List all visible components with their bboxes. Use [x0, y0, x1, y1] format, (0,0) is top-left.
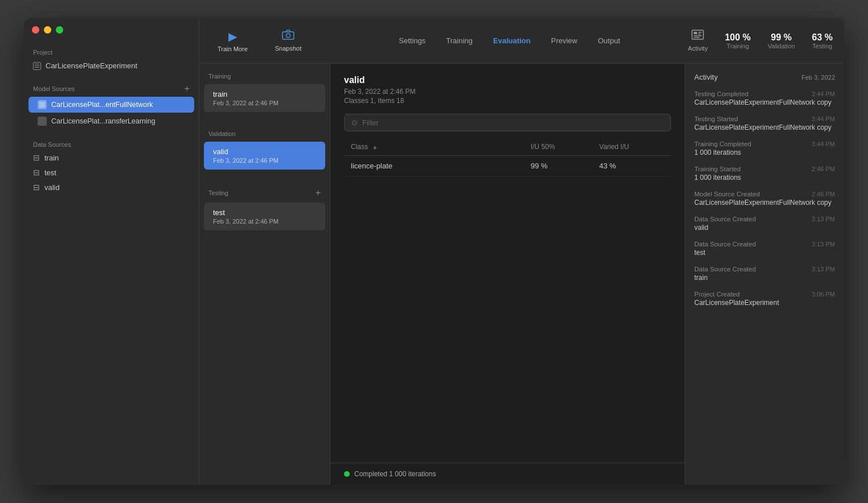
project-item[interactable]: CarLicensePlateExperiment: [24, 59, 199, 72]
model-item-fullnetwork[interactable]: CarLicensePlat...entFullNetwork: [28, 97, 194, 113]
activity-time-6: 3:13 PM: [812, 241, 835, 248]
model-sources-header: Model Sources +: [24, 81, 199, 96]
activity-item-2: Training Completed 3:44 PM 1 000 iterati…: [694, 141, 835, 156]
snapshot-icon: [282, 30, 294, 43]
validation-section-label: Validation: [199, 128, 330, 142]
tab-preview[interactable]: Preview: [542, 32, 587, 50]
activity-detail-1: CarLicensePlateExperimentFullNetwork cop…: [694, 123, 835, 131]
activity-time-7: 3:13 PM: [812, 266, 835, 273]
model-item-transferlearning[interactable]: CarLicensePlat...ransferLearning: [28, 113, 194, 129]
eval-title: valid: [344, 75, 671, 85]
eval-header: valid Feb 3, 2022 at 2:46 PM Classes 1, …: [330, 64, 685, 114]
project-file-icon: [33, 62, 41, 70]
validation-item-valid[interactable]: valid Feb 3, 2022 at 2:46 PM: [204, 142, 325, 170]
svg-rect-1: [39, 118, 45, 124]
activity-event-8: Project Created: [694, 291, 807, 298]
content-area: ▶ Train More Snapshot: [199, 18, 844, 485]
activity-detail-0: CarLicensePlateExperimentFullNetwork cop…: [694, 98, 835, 106]
activity-row-5: Data Source Created 3:13 PM: [694, 216, 835, 222]
filter-input[interactable]: ⊙ Filter: [344, 114, 671, 131]
activity-detail-2: 1 000 iterations: [694, 149, 835, 156]
activity-item-7: Data Source Created 3:13 PM train: [694, 266, 835, 282]
traffic-lights: [32, 26, 63, 34]
activity-event-7: Data Source Created: [694, 266, 807, 273]
db-icon-test: ⊟: [33, 168, 40, 177]
toolbar-left: ▶ Train More Snapshot: [211, 25, 308, 57]
testing-item-test[interactable]: test Feb 3, 2022 at 2:46 PM: [204, 203, 325, 230]
activity-event-3: Training Started: [694, 166, 807, 172]
svg-rect-0: [39, 102, 45, 108]
testing-item-name: test: [213, 208, 316, 217]
model-name-transferlearning: CarLicensePlat...ransferLearning: [51, 117, 155, 125]
stat-testing-value: 63 %: [812, 32, 833, 43]
train-more-icon: ▶: [228, 30, 237, 43]
svg-rect-7: [698, 34, 701, 35]
activity-button[interactable]: Activity: [688, 30, 708, 52]
activity-detail-5: valid: [694, 224, 835, 232]
status-bar: Completed 1 000 iterations: [330, 463, 685, 485]
db-icon-train: ⊟: [33, 153, 40, 162]
tab-output[interactable]: Output: [589, 32, 629, 50]
cell-iu50: 99 %: [524, 156, 592, 176]
activity-event-0: Testing Completed: [694, 90, 807, 97]
activity-item-5: Data Source Created 3:13 PM valid: [694, 216, 835, 232]
training-item-date: Feb 3, 2022 at 2:46 PM: [213, 100, 316, 106]
activity-time-8: 3:06 PM: [812, 291, 835, 298]
close-button[interactable]: [32, 26, 39, 34]
inner-layout: Training train Feb 3, 2022 at 2:46 PM Va…: [199, 64, 844, 485]
stat-testing-label: Testing: [812, 43, 832, 50]
activity-detail-6: test: [694, 249, 835, 257]
data-source-valid[interactable]: ⊟ valid: [24, 180, 199, 195]
tab-training[interactable]: Training: [437, 32, 481, 50]
activity-detail-4: CarLicensePlateExperimentFullNetwork cop…: [694, 199, 835, 207]
snapshot-button[interactable]: Snapshot: [268, 25, 308, 56]
activity-event-1: Testing Started: [694, 116, 807, 122]
activity-row-3: Training Started 2:46 PM: [694, 166, 835, 172]
eval-date: Feb 3, 2022 at 2:46 PM: [344, 88, 671, 96]
activity-event-5: Data Source Created: [694, 216, 807, 222]
tab-evaluation[interactable]: Evaluation: [484, 32, 540, 50]
data-source-valid-label: valid: [44, 183, 60, 192]
add-testing-button[interactable]: +: [316, 188, 321, 198]
testing-item-date: Feb 3, 2022 at 2:46 PM: [213, 218, 316, 225]
activity-detail-8: CarLicensePlateExperiment: [694, 299, 835, 307]
training-item-train[interactable]: train Feb 3, 2022 at 2:46 PM: [204, 84, 325, 112]
activity-item-3: Training Started 2:46 PM 1 000 iteration…: [694, 166, 835, 182]
activity-time-0: 3:44 PM: [812, 90, 835, 97]
activity-panel-title: Activity: [694, 73, 718, 81]
activity-row-4: Model Source Created 2:46 PM: [694, 191, 835, 197]
table-row[interactable]: licence-plate 99 % 43 %: [344, 156, 671, 176]
model-sources-label: Model Sources: [33, 85, 75, 92]
activity-icon: [691, 30, 704, 43]
stat-validation: 99 % Validation: [768, 32, 795, 50]
data-source-test[interactable]: ⊟ test: [24, 165, 199, 180]
right-panel-header: Activity Feb 3, 2022: [694, 73, 835, 81]
activity-detail-3: 1 000 iterations: [694, 174, 835, 182]
project-name: CarLicensePlateExperiment: [46, 61, 137, 70]
validation-section: Validation valid Feb 3, 2022 at 2:46 PM: [199, 121, 330, 179]
minimize-button[interactable]: [44, 26, 51, 34]
cell-class: licence-plate: [344, 156, 524, 176]
maximize-button[interactable]: [56, 26, 63, 34]
toolbar-nav: Settings Training Evaluation Preview Out…: [331, 32, 688, 50]
col-varied-iu: Varied I/U: [592, 138, 671, 156]
col-class[interactable]: Class ▲: [344, 138, 524, 156]
add-model-button[interactable]: +: [185, 84, 190, 94]
project-section-label: Project: [24, 49, 199, 59]
validation-item-name: valid: [213, 147, 316, 156]
filter-bar: ⊙ Filter: [330, 114, 685, 138]
activity-row-6: Data Source Created 3:13 PM: [694, 241, 835, 248]
data-source-test-label: test: [44, 168, 56, 177]
table-header-row: Class ▲ I/U 50% Varied I/U: [344, 138, 671, 156]
activity-row-7: Data Source Created 3:13 PM: [694, 266, 835, 273]
activity-panel-date: Feb 3, 2022: [801, 74, 835, 81]
train-more-button[interactable]: ▶ Train More: [211, 25, 255, 57]
data-sources-label: Data Sources: [33, 141, 71, 148]
model-icon-transferlearning: [38, 117, 47, 126]
svg-rect-8: [694, 35, 702, 36]
tab-settings[interactable]: Settings: [390, 32, 435, 50]
activity-item-0: Testing Completed 3:44 PM CarLicensePlat…: [694, 90, 835, 106]
eval-classes: Classes 1, Items 18: [344, 97, 671, 105]
status-text: Completed 1 000 iterations: [354, 470, 436, 478]
data-source-train[interactable]: ⊟ train: [24, 150, 199, 165]
